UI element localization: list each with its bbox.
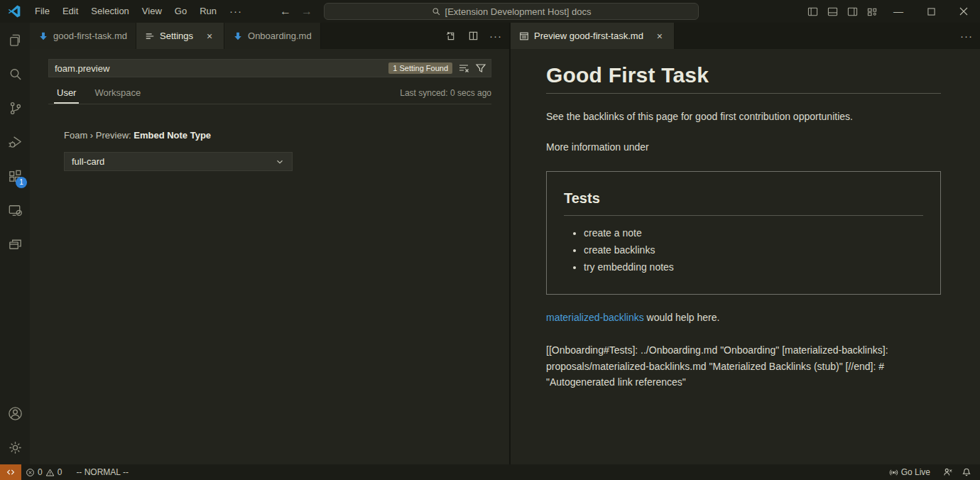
- status-bar-right: Go Live: [885, 464, 980, 480]
- manage-gear-icon[interactable]: [0, 430, 30, 464]
- clear-filters-icon[interactable]: [458, 62, 469, 74]
- split-editor-icon[interactable]: [465, 28, 481, 44]
- back-arrow-icon[interactable]: ←: [280, 5, 291, 18]
- tab-label: Onboarding.md: [248, 31, 312, 41]
- menu-selection[interactable]: Selection: [85, 0, 135, 23]
- editor-group-right: Preview good-first-task.md × ··· Good Fi…: [510, 23, 980, 464]
- last-synced-label: Last synced: 0 secs ago: [400, 88, 491, 98]
- extensions-icon[interactable]: 1: [0, 159, 30, 193]
- error-count: 0: [38, 467, 43, 477]
- tab-good-first-task[interactable]: good-first-task.md: [30, 23, 136, 49]
- scope-tab-user[interactable]: User: [54, 87, 79, 104]
- scope-tab-workspace[interactable]: Workspace: [92, 87, 143, 104]
- search-icon: [432, 7, 441, 16]
- source-control-icon[interactable]: [0, 91, 30, 125]
- settings-scope-tabs: User Workspace Last synced: 0 secs ago: [48, 79, 491, 104]
- markdown-file-icon: [38, 31, 48, 41]
- list-item: create backlinks: [584, 244, 923, 256]
- history-navigation: ← →: [280, 0, 312, 23]
- tab-settings[interactable]: Settings ×: [136, 23, 224, 49]
- activity-bar: 1: [0, 23, 30, 464]
- dropdown-selected-value: full-card: [72, 156, 104, 167]
- window-controls: —: [802, 0, 980, 23]
- maximize-button[interactable]: [915, 0, 947, 23]
- menu-view[interactable]: View: [136, 0, 168, 23]
- menu-file[interactable]: File: [28, 0, 56, 23]
- materialized-backlinks-link[interactable]: materialized-backlinks: [546, 312, 644, 323]
- explorer-icon[interactable]: [0, 23, 30, 57]
- forward-arrow-icon[interactable]: →: [301, 5, 312, 18]
- go-live-button[interactable]: Go Live: [885, 464, 935, 480]
- remote-indicator[interactable]: [0, 464, 21, 480]
- vim-mode-text: -- NORMAL --: [76, 467, 129, 477]
- tab-label: Preview good-first-task.md: [534, 31, 643, 41]
- search-view-icon[interactable]: [0, 57, 30, 91]
- toggle-secondary-sidebar-icon[interactable]: [842, 0, 862, 23]
- setting-title: Foam › Preview: Embed Note Type: [64, 130, 491, 141]
- close-window-button[interactable]: [947, 0, 980, 23]
- feedback-button[interactable]: [939, 464, 957, 480]
- chevron-down-icon: [275, 157, 285, 167]
- close-tab-icon[interactable]: ×: [654, 31, 665, 42]
- tabbar-right-actions: ···: [959, 23, 974, 49]
- settings-search-box: 1 Setting Found: [48, 59, 491, 77]
- setting-name: Embed Note Type: [134, 130, 211, 141]
- filter-funnel-icon[interactable]: [475, 62, 486, 74]
- tab-preview-good-first-task[interactable]: Preview good-first-task.md ×: [511, 23, 675, 49]
- problems-indicator[interactable]: 0 0: [21, 464, 66, 480]
- tabbar-left: good-first-task.md Settings × Onboarding…: [30, 23, 509, 49]
- setting-item-embed-note-type: Foam › Preview: Embed Note Type full-car…: [64, 130, 491, 171]
- menu-run[interactable]: Run: [193, 0, 223, 23]
- menu-go[interactable]: Go: [168, 0, 193, 23]
- menu-more[interactable]: ···: [223, 0, 249, 23]
- toggle-panel-icon[interactable]: [822, 0, 842, 23]
- status-bar: 0 0 -- NORMAL -- Go Live: [0, 464, 980, 480]
- tab-onboarding[interactable]: Onboarding.md: [224, 23, 321, 49]
- more-actions-icon[interactable]: ···: [488, 28, 503, 44]
- list-item: create a note: [584, 227, 923, 239]
- warning-count: 0: [58, 467, 62, 477]
- list-item: try embedding notes: [584, 261, 923, 273]
- markdown-preview-content: Good First Task See the backlinks of thi…: [511, 49, 942, 391]
- embedded-note-card: Tests create a note create backlinks try…: [546, 171, 941, 295]
- toggle-primary-sidebar-icon[interactable]: [802, 0, 822, 23]
- setting-category: Foam › Preview:: [64, 130, 134, 141]
- preview-paragraph-1: See the backlinks of this page for good …: [546, 109, 941, 124]
- settings-editor: 1 Setting Found User Workspace Last sync…: [30, 49, 509, 171]
- tab-label: Settings: [160, 31, 193, 41]
- setting-value-dropdown[interactable]: full-card: [64, 152, 293, 171]
- broadcast-icon: [889, 468, 898, 477]
- markdown-preview-icon: [519, 31, 529, 41]
- embedded-note-title: Tests: [564, 190, 923, 216]
- run-debug-icon[interactable]: [0, 125, 30, 159]
- vim-mode-indicator[interactable]: -- NORMAL --: [72, 464, 133, 480]
- command-center-search[interactable]: [Extension Development Host] docs: [324, 3, 699, 20]
- extensions-badge: 1: [16, 177, 27, 188]
- more-actions-icon[interactable]: ···: [959, 28, 974, 44]
- titlebar: File Edit Selection View Go Run ··· ← → …: [0, 0, 980, 23]
- preview-footer-text: [[Onboarding#Tests]: ../Onboarding.md "O…: [546, 342, 930, 391]
- remote-explorer-icon[interactable]: [0, 193, 30, 227]
- preview-link-line: materialized-backlinks would help here.: [546, 310, 941, 325]
- editor-group-left: good-first-task.md Settings × Onboarding…: [30, 23, 509, 464]
- tab-label: good-first-task.md: [53, 31, 127, 41]
- minimize-button[interactable]: —: [882, 0, 915, 23]
- feedback-person-icon: [943, 467, 953, 477]
- windows-panels-icon[interactable]: [0, 227, 30, 261]
- open-preview-icon[interactable]: [442, 28, 458, 44]
- notifications-button[interactable]: [957, 464, 976, 480]
- tabbar-right: Preview good-first-task.md × ···: [511, 23, 980, 49]
- embedded-note-list: create a note create backlinks try embed…: [564, 227, 923, 273]
- customize-layout-icon[interactable]: [862, 0, 882, 23]
- accounts-icon[interactable]: [0, 396, 30, 430]
- settings-search-controls: 1 Setting Found: [388, 62, 491, 74]
- link-tail-text: would help here.: [644, 312, 720, 323]
- results-count-badge: 1 Setting Found: [388, 62, 452, 74]
- error-icon: [26, 468, 35, 477]
- settings-editor-icon: [145, 31, 155, 41]
- bell-icon: [962, 467, 971, 477]
- close-tab-icon[interactable]: ×: [204, 31, 215, 42]
- menu-edit[interactable]: Edit: [56, 0, 85, 23]
- preview-paragraph-2: More information under: [546, 140, 941, 155]
- settings-search-input[interactable]: [49, 60, 388, 77]
